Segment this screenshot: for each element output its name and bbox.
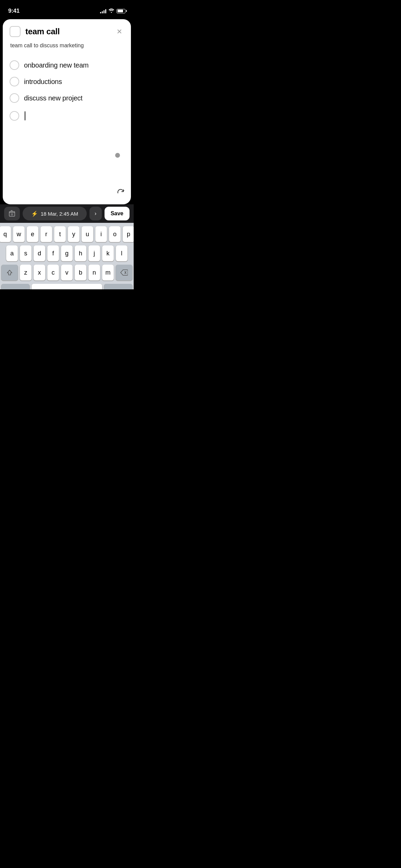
key-a[interactable]: a [6, 245, 18, 261]
key-s[interactable]: s [20, 245, 32, 261]
key-d[interactable]: d [34, 245, 45, 261]
keyboard: q w e r t y u i o p a s d f g h j k l z … [0, 223, 134, 289]
space-key[interactable]: space [32, 284, 102, 289]
key-p[interactable]: p [123, 226, 134, 242]
keyboard-row-4: 123 space return [1, 284, 132, 289]
key-n[interactable]: n [88, 265, 100, 280]
key-o[interactable]: o [109, 226, 121, 242]
refresh-icon[interactable]: + [117, 189, 125, 200]
wifi-icon [108, 8, 114, 14]
shift-key[interactable] [1, 265, 18, 280]
save-label: Save [111, 210, 123, 217]
key-e[interactable]: e [27, 226, 38, 242]
checklist-checkbox-3[interactable] [10, 93, 19, 103]
checklist: onboarding new team introductions discus… [10, 57, 124, 123]
date-label: 18 Mar, 2:45 AM [41, 211, 78, 217]
main-checkbox[interactable] [10, 26, 21, 37]
key-j[interactable]: j [88, 245, 100, 261]
key-c[interactable]: c [47, 265, 59, 280]
key-k[interactable]: k [102, 245, 114, 261]
status-bar: 9:41 [0, 0, 134, 17]
close-button[interactable]: ✕ [114, 27, 124, 36]
svg-rect-1 [9, 212, 15, 216]
checklist-label-2: introductions [24, 78, 62, 86]
key-v[interactable]: v [61, 265, 73, 280]
key-f[interactable]: f [47, 245, 59, 261]
key-x[interactable]: x [34, 265, 45, 280]
numbers-key[interactable]: 123 [1, 284, 29, 289]
list-item: onboarding new team [10, 57, 124, 73]
battery-icon [117, 9, 125, 13]
new-item-row[interactable] [10, 106, 124, 123]
checklist-checkbox-2[interactable] [10, 77, 19, 86]
next-button[interactable]: › [89, 207, 102, 220]
status-icons [100, 8, 125, 14]
keyboard-row-2: a s d f g h j k l [1, 245, 132, 261]
key-h[interactable]: h [75, 245, 86, 261]
key-i[interactable]: i [95, 226, 107, 242]
list-item: introductions [10, 73, 124, 90]
keyboard-row-3: z x c v b n m [1, 265, 132, 280]
text-cursor [25, 111, 25, 120]
list-item: discuss new project [10, 90, 124, 106]
backspace-key[interactable] [116, 265, 132, 280]
key-l[interactable]: l [116, 245, 127, 261]
key-y[interactable]: y [68, 226, 80, 242]
chevron-right-icon: › [95, 210, 96, 217]
card-header: team call ✕ [10, 26, 124, 37]
save-button[interactable]: Save [105, 207, 130, 220]
key-m[interactable]: m [102, 265, 114, 280]
toolbar: ⚡ 18 Mar, 2:45 AM › Save [0, 204, 134, 223]
checklist-label-1: onboarding new team [24, 61, 89, 69]
keyboard-row-1: q w e r t y u i o p [1, 226, 132, 242]
drag-handle-dot [115, 153, 120, 158]
key-z[interactable]: z [20, 265, 32, 280]
key-r[interactable]: r [40, 226, 52, 242]
return-key[interactable]: return [104, 284, 132, 289]
key-w[interactable]: w [13, 226, 25, 242]
card-title: team call [25, 27, 110, 36]
lightning-icon: ⚡ [31, 210, 38, 217]
date-button[interactable]: ⚡ 18 Mar, 2:45 AM [23, 207, 87, 220]
delete-button[interactable] [4, 207, 20, 220]
key-q[interactable]: q [0, 226, 11, 242]
status-time: 9:41 [8, 8, 20, 14]
note-card: team call ✕ team call to discuss marketi… [3, 19, 131, 204]
new-item-checkbox[interactable] [10, 111, 19, 121]
key-g[interactable]: g [61, 245, 73, 261]
key-t[interactable]: t [54, 226, 66, 242]
checklist-checkbox-1[interactable] [10, 60, 19, 70]
svg-text:+: + [122, 189, 124, 192]
key-b[interactable]: b [75, 265, 86, 280]
card-description: team call to discuss marketing [10, 42, 124, 49]
signal-icon [100, 9, 106, 13]
key-u[interactable]: u [82, 226, 93, 242]
checklist-label-3: discuss new project [24, 94, 83, 102]
